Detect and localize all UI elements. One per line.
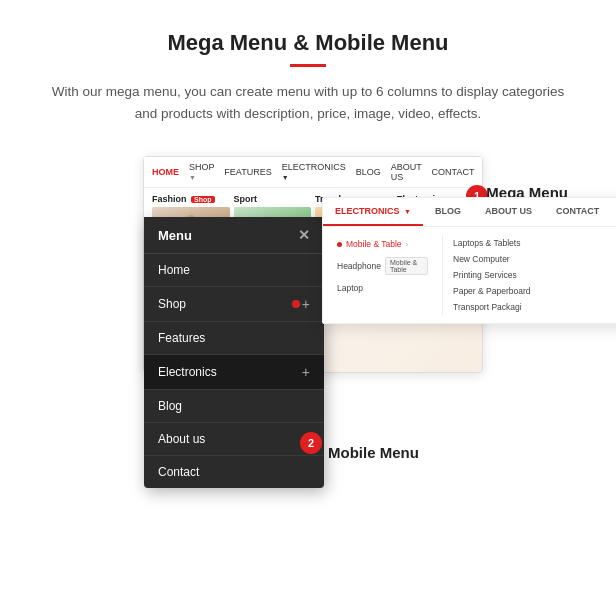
mega-right-paper[interactable]: Paper & Paperboard	[453, 283, 616, 299]
screenshot-area: HOME SHOP ▼ FEATURES ELECTRONICS ▼ BLOG …	[30, 146, 586, 536]
mega-nav-electronics[interactable]: ELECTRONICS ▼	[323, 198, 423, 226]
dot-icon	[337, 242, 342, 247]
browser-mockup: HOME SHOP ▼ FEATURES ELECTRONICS ▼ BLOG …	[143, 156, 483, 373]
mobile-menu: Menu ✕ Home Shop + Features Ele	[144, 217, 324, 488]
page-wrapper: Mega Menu & Mobile Menu With our mega me…	[0, 0, 616, 556]
notification-dot	[292, 300, 300, 308]
page-description: With our mega menu, you can create menu …	[30, 81, 586, 124]
mega-col-right: Laptops & Tablets New Computer Printing …	[443, 235, 616, 315]
mega-nav-blog[interactable]: BLOG	[423, 198, 473, 226]
nav-home: HOME	[152, 167, 179, 177]
title-underline	[290, 64, 326, 67]
mobile-menu-item-electronics[interactable]: Electronics +	[144, 355, 324, 390]
mobile-menu-label-group: Mobile Menu	[328, 444, 419, 461]
mega-right-computer[interactable]: New Computer	[453, 251, 616, 267]
mega-right-printing[interactable]: Printing Services	[453, 267, 616, 283]
plus-icon: +	[302, 296, 310, 312]
close-icon[interactable]: ✕	[298, 227, 310, 243]
mockup-topbar: HOME SHOP ▼ FEATURES ELECTRONICS ▼ BLOG …	[144, 157, 482, 188]
mobile-menu-item-contact[interactable]: Contact	[144, 456, 324, 488]
mega-right-transport[interactable]: Transport Packagi	[453, 299, 616, 315]
mobile-menu-header: Menu ✕	[144, 217, 324, 254]
mega-menu-body: Mobile & Table › Headphone Mobile & Tabl…	[323, 227, 616, 323]
mega-col-left: Mobile & Table › Headphone Mobile & Tabl…	[323, 235, 443, 315]
mega-item-headphone[interactable]: Headphone Mobile & Table	[331, 253, 434, 279]
mega-item-laptop[interactable]: Laptop	[331, 279, 434, 297]
mega-nav-contact[interactable]: CONTACT	[544, 198, 611, 226]
mega-menu-dropdown: ELECTRONICS ▼ BLOG ABOUT US CONTACT Mobi…	[322, 197, 616, 324]
mobile-menu-item-blog[interactable]: Blog	[144, 390, 324, 423]
mega-menu-nav: ELECTRONICS ▼ BLOG ABOUT US CONTACT	[323, 198, 616, 227]
nav-about: ABOUT US	[391, 162, 422, 182]
expand-icon: ›	[406, 240, 409, 249]
mobile-menu-label: Mobile Menu	[328, 444, 419, 461]
mockup-nav: HOME SHOP ▼ FEATURES ELECTRONICS ▼ BLOG …	[152, 162, 474, 182]
mega-item-mobile[interactable]: Mobile & Table ›	[331, 235, 434, 253]
mobile-menu-item-home[interactable]: Home	[144, 254, 324, 287]
page-title: Mega Menu & Mobile Menu	[30, 30, 586, 56]
mobile-menu-item-features[interactable]: Features	[144, 322, 324, 355]
mobile-menu-item-shop[interactable]: Shop +	[144, 287, 324, 322]
nav-blog: BLOG	[356, 167, 381, 177]
nav-features: FEATURES	[224, 167, 271, 177]
plus-icon-electronics: +	[302, 364, 310, 380]
mega-right-laptops[interactable]: Laptops & Tablets	[453, 235, 616, 251]
nav-electronics: ELECTRONICS ▼	[282, 162, 346, 182]
mobile-menu-item-about[interactable]: About us	[144, 423, 324, 456]
nav-contact: CONTACT	[432, 167, 475, 177]
mega-nav-about[interactable]: ABOUT US	[473, 198, 544, 226]
nav-shop: SHOP ▼	[189, 162, 214, 182]
